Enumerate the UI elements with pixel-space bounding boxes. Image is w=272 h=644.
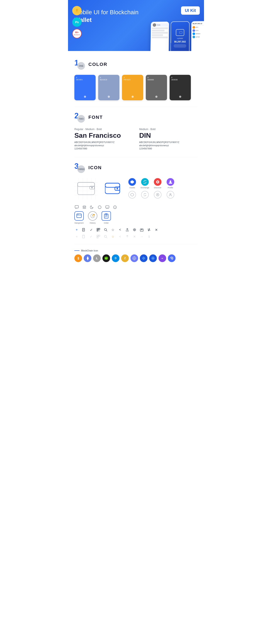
svg-rect-33: [77, 214, 82, 218]
chevron-ghost: <: [118, 234, 122, 239]
utility-icons-ghost: + ✓ ☆ < ✕ → ℹ: [74, 234, 198, 239]
plus-ghost: +: [74, 234, 79, 239]
svg-line-57: [106, 230, 107, 231]
svg-rect-52: [99, 229, 100, 229]
svg-point-14: [92, 187, 93, 188]
svg-point-28: [83, 206, 86, 207]
stack-icon: [82, 205, 87, 210]
svg-point-77: [171, 258, 172, 259]
search-ghost: [103, 234, 108, 239]
close-ghost: ✕: [132, 234, 137, 239]
swatch-blue: #3574FA: [74, 75, 96, 100]
svg-point-25: [157, 194, 158, 195]
main-content: 1 ONE COLOR #3574FA #8DA0C8 #F5A623 #666…: [68, 51, 204, 275]
wallet-icon-colored: [102, 178, 123, 197]
nav-icon-discover: Discover: [153, 178, 162, 189]
hero-badges: Ps 60+Screens: [72, 6, 82, 38]
svg-rect-51: [97, 229, 98, 229]
nav-icon-profile: Profile: [166, 178, 175, 189]
swatch-black: #303030: [170, 75, 191, 100]
message-icon: [105, 205, 110, 210]
mgmt-order: Order: [102, 211, 111, 224]
mgmt-management: Mangment: [74, 211, 84, 224]
svg-rect-55: [100, 231, 100, 231]
icon-section-header: 3 THREE ICON: [74, 162, 198, 173]
section-number-3: 3 THREE: [74, 162, 85, 173]
svg-rect-27: [75, 206, 78, 208]
upload-box-icon: [140, 228, 144, 232]
share-ghost: [125, 234, 130, 239]
band-icon: [168, 254, 176, 262]
qr-icon: [96, 228, 101, 232]
dash-icon: D: [112, 254, 120, 262]
svg-rect-54: [99, 230, 99, 230]
icon-section: Assets Exchange Discover: [74, 178, 198, 262]
font-section: Regular · Medium · Bold San Francisco AB…: [74, 128, 198, 151]
matic-icon: ∞: [158, 254, 166, 262]
swatch-gray-blue: #8DA0C8: [98, 75, 120, 100]
star-ghost: ☆: [110, 234, 115, 239]
grid-icon-crypto: [130, 254, 138, 262]
small-icons-row: i: [74, 205, 198, 210]
ethereum-icon: ⧫: [84, 254, 92, 262]
svg-point-22: [170, 180, 171, 182]
qr-ghost: [96, 234, 101, 239]
svg-text:i: i: [115, 206, 116, 208]
nav-icon-exchange-ghost: [140, 191, 150, 198]
font-section-title: FONT: [88, 114, 103, 120]
wallet-icon-showcase: Assets Exchange Discover: [74, 178, 198, 201]
search-icon: [103, 228, 108, 232]
nav-icon-exchange: Exchange: [140, 178, 150, 189]
svg-rect-11: [78, 182, 94, 195]
star-icon: ☆: [110, 228, 115, 232]
nav-icons-group: Assets Exchange Discover: [128, 178, 175, 201]
mgmt-history: History: [88, 211, 97, 224]
svg-text:N: N: [106, 258, 106, 259]
color-section-title: COLOR: [88, 62, 107, 67]
screens-badge: 60+Screens: [72, 29, 82, 38]
litecoin-icon: Ł: [93, 254, 101, 262]
svg-point-29: [98, 206, 101, 209]
svg-point-21: [157, 181, 158, 182]
svg-point-58: [134, 229, 135, 230]
bitcoin-icon: ₿: [74, 254, 82, 262]
chevron-left-icon: <: [118, 228, 122, 232]
check-icon: ✓: [89, 228, 94, 232]
nav-icon-profile-ghost: [166, 191, 175, 198]
svg-rect-30: [106, 206, 109, 208]
svg-marker-19: [130, 180, 134, 184]
font-sf: Regular · Medium · Bold San Francisco AB…: [74, 128, 133, 151]
utility-icons-active: + ✓ ☆ < ✕: [74, 228, 198, 232]
svg-rect-53: [97, 230, 98, 231]
close-icon: ✕: [154, 228, 158, 232]
crypto-icons: ₿ ⧫ Ł N D Z ∞: [74, 254, 198, 262]
svg-rect-63: [98, 235, 100, 236]
share-icon: [125, 228, 130, 232]
swap-icon: [146, 228, 151, 232]
svg-line-66: [106, 237, 107, 238]
waves-icon: [140, 254, 148, 262]
section-number-1: 1 ONE: [74, 59, 85, 70]
swatch-dark-gray: #666666: [146, 75, 167, 100]
svg-rect-64: [97, 237, 98, 238]
settings-icon: [132, 228, 137, 232]
swatch-orange: #F5A623: [122, 75, 143, 100]
hero-section: Ps 60+Screens Mobile UI for Blockchain W…: [68, 0, 204, 51]
neo-icon: N: [102, 254, 110, 262]
blockchain-icon-label: BlockChain Icon: [74, 249, 198, 252]
font-section-header: 2 TWO FONT: [74, 112, 198, 123]
nav-icon-discover-ghost: [153, 191, 162, 198]
nav-icon-assets-ghost: [128, 191, 137, 198]
chat-icon: [74, 205, 79, 210]
document-ghost: [82, 234, 86, 239]
moon-icon: [90, 205, 94, 210]
phone-mockups: Profile myWallet $6,297,502 $6,297,5: [150, 21, 204, 51]
svg-marker-23: [131, 193, 134, 196]
svg-point-26: [170, 194, 171, 195]
zcash-icon: Z: [121, 254, 129, 262]
svg-rect-60: [82, 235, 84, 238]
ps-badge: Ps: [72, 18, 82, 27]
phone-left: Profile: [150, 22, 169, 51]
mgmt-icons-row: Mangment History Order: [74, 211, 198, 224]
font-din: Medium · Bold DIN ABCDEFGHIJKLMNOPQRSTUV…: [139, 128, 198, 151]
